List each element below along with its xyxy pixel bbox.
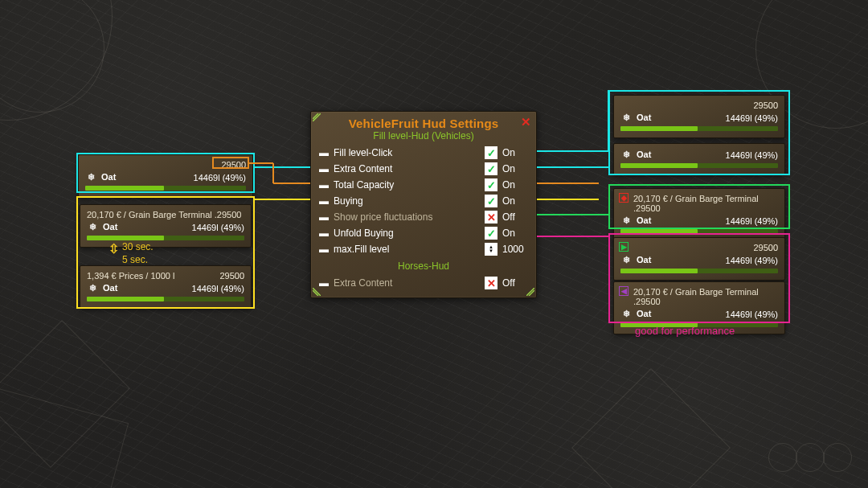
fill-value: 14469l (49%) (192, 284, 244, 293)
checkbox[interactable]: ✓ (485, 227, 497, 240)
crop-icon: ❄ (87, 221, 98, 232)
fill-value: 14469l (49%) (726, 150, 778, 160)
fill-bar (620, 163, 778, 168)
dash-icon: ▬ (319, 179, 329, 191)
hud-card-folded: ▶ 29500 ❄Oat 14469l (49%) (613, 237, 785, 281)
dash-icon: ▬ (319, 163, 329, 174)
fill-value: 14469l (49%) (726, 256, 778, 265)
row-label: Total Capacity (334, 179, 485, 191)
row-max-fill[interactable]: ▬ max.Fill level ▲▼ 1000 (317, 241, 530, 257)
fill-bar (620, 269, 778, 273)
crop-name: Oat (637, 309, 651, 318)
timing-long: 30 sec. (122, 241, 154, 252)
row-label: Show price fluctuations (334, 211, 485, 223)
hud-card-buying: 20,170 € / Grain Barge Terminal .29500 ❄… (80, 204, 252, 248)
buy-line: 20,170 € / Grain Barge Terminal .29500 (633, 194, 778, 213)
checkbox[interactable]: ✕ (485, 277, 497, 289)
stepper[interactable]: ▲▼ (485, 243, 497, 256)
row-label: max.Fill level (334, 244, 485, 255)
row-state: Off (502, 211, 530, 223)
row-state: On (502, 228, 530, 239)
checkbox[interactable]: ✓ (485, 162, 497, 175)
timing-short: 5 sec. (122, 254, 148, 265)
row-label: Extra Content (334, 163, 485, 174)
fill-bar (620, 126, 778, 131)
capacity: 29500 (753, 243, 778, 252)
dash-icon: ▬ (319, 211, 329, 223)
crop-name: Oat (637, 255, 651, 265)
row-extra-content[interactable]: ▬ Extra Content ✓ On (317, 161, 530, 177)
dash-icon: ▬ (319, 277, 329, 289)
row-state: Off (502, 277, 530, 289)
dash-icon: ▬ (319, 244, 329, 255)
crop-name: Oat (103, 283, 117, 293)
capacity: 29500 (219, 271, 244, 281)
section-heading: Horses-Hud (317, 260, 530, 272)
row-buying[interactable]: ▬ Buying ✓ On (317, 193, 530, 209)
fill-value: 14469l (49%) (726, 113, 778, 123)
hud-card-no-cap: ❄Oat 14469l (49%) (613, 143, 785, 175)
dash-icon: ▬ (319, 228, 329, 239)
row-fill-click[interactable]: ▬ Fill level-Click ✓ On (317, 145, 530, 161)
capacity: 29500 (753, 100, 778, 110)
hud-card: 29500 ❄Oat 14469l (49%) (613, 95, 785, 138)
crop-name: Oat (637, 113, 651, 122)
row-label: Buying (334, 195, 485, 207)
hud-card-green: ◆ 20,170 € / Grain Barge Terminal .29500… (613, 188, 785, 241)
row-unfold-buying[interactable]: ▬ Unfold Buying ✓ On (317, 225, 530, 241)
fill-bar (87, 236, 244, 240)
close-icon[interactable]: ✕ (521, 115, 531, 129)
row-state: On (502, 163, 530, 174)
row-price-fluctuations[interactable]: ▬ Show price fluctuations ✕ Off (317, 209, 530, 225)
row-horses-extra[interactable]: ▬ Extra Content ✕ Off (317, 275, 530, 291)
resize-icon (313, 288, 321, 296)
crop-icon: ❄ (87, 282, 98, 293)
crop-name: Oat (103, 222, 117, 232)
crop-name: Oat (637, 150, 651, 159)
fill-value: 14469l (49%) (194, 173, 246, 182)
fold-icon[interactable]: ◀ (619, 286, 628, 296)
checkbox[interactable]: ✓ (485, 146, 497, 159)
crop-name: Oat (637, 215, 651, 225)
section-heading: Fill level-Hud (Vehicles) (317, 130, 530, 141)
row-state: On (502, 179, 530, 191)
row-value: 1000 (502, 244, 530, 255)
resize-icon (526, 288, 534, 296)
crop-name: Oat (101, 172, 116, 182)
capacity: 29500 (221, 160, 246, 170)
unfold-icon[interactable]: ▶ (619, 242, 628, 252)
fill-value: 14469l (49%) (726, 216, 778, 226)
price-trend-down-icon[interactable]: ◆ (619, 193, 628, 203)
hud-card-basic: 29500 ❄Oat 14469l (49%) (78, 154, 253, 198)
row-total-capacity[interactable]: ▬ Total Capacity ✓ On (317, 177, 530, 193)
row-label: Extra Content (334, 277, 485, 289)
buy-line: 20,170 € / Grain Barge Terminal .29500 (633, 287, 778, 306)
hud-card-prices: 1,394 € Prices / 1000 l 29500 ❄Oat 14469… (80, 265, 252, 309)
fill-bar (85, 186, 246, 191)
resize-icon (313, 113, 321, 121)
checkbox[interactable]: ✓ (485, 195, 497, 207)
crop-icon: ❄ (620, 254, 632, 265)
crop-icon: ❄ (620, 308, 632, 319)
price-line: 1,394 € Prices / 1000 l (87, 271, 174, 281)
row-label: Unfold Buying (334, 228, 485, 239)
crop-icon: ❄ (620, 215, 632, 226)
checkbox[interactable]: ✕ (485, 211, 497, 223)
checkbox[interactable]: ✓ (485, 178, 497, 191)
dash-icon: ▬ (319, 147, 329, 158)
fill-value: 14469l (49%) (192, 223, 244, 232)
row-label: Fill level-Click (334, 147, 485, 158)
settings-panel[interactable]: ✕ VehicleFruit Hud Settings Fill level-H… (310, 111, 537, 298)
dash-icon: ▬ (319, 195, 329, 207)
crop-icon: ❄ (85, 171, 96, 182)
fill-bar (87, 297, 244, 301)
crop-icon: ❄ (620, 112, 632, 123)
panel-title: VehicleFruit Hud Settings (317, 117, 530, 130)
crop-icon: ❄ (620, 149, 632, 160)
buy-line: 20,170 € / Grain Barge Terminal .29500 (87, 210, 241, 219)
caption-performance: good for performance (635, 325, 735, 337)
fill-bar (620, 229, 778, 234)
arrow-updown-icon: ⇳ (108, 241, 119, 256)
fill-value: 14469l (49%) (726, 310, 778, 319)
row-state: On (502, 195, 530, 207)
